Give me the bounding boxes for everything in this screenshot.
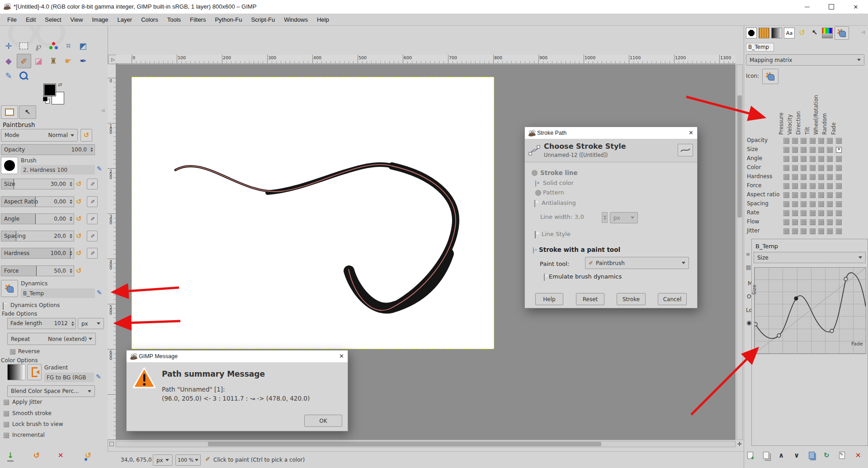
tab-palettes[interactable] (822, 28, 833, 38)
menu-item-image[interactable]: Image (87, 14, 113, 25)
dynamics-options-label[interactable]: Dynamics Options (10, 302, 60, 308)
edit-dynamics-button[interactable]: ✎ (839, 452, 845, 459)
menu-item-file[interactable]: File (3, 14, 21, 25)
size-slider[interactable]: Size30,00 (1, 179, 74, 189)
spin-arrows-icon[interactable] (71, 320, 74, 327)
select-by-color-tool[interactable] (47, 39, 60, 52)
matrix-checkbox-opacity-random[interactable] (827, 138, 833, 144)
matrix-checkbox-jitter-fade[interactable] (836, 228, 842, 234)
matrix-checkbox-angle-wheelrotation[interactable] (818, 156, 824, 162)
matrix-checkbox-hardness-velocity[interactable] (792, 174, 798, 180)
matrix-checkbox-opacity-pressure[interactable] (783, 138, 789, 144)
matrix-checkbox-spacing-direction[interactable] (801, 201, 807, 207)
mode-select[interactable]: Mode Normal (1, 129, 78, 142)
gradient-thumbnail[interactable] (7, 364, 25, 380)
antialiasing-checkbox[interactable] (534, 200, 535, 207)
matrix-checkbox-aspectratio-velocity[interactable] (792, 192, 798, 198)
refresh-button[interactable]: ↻ (824, 451, 830, 459)
hardness-tablet-button[interactable]: ✎ (87, 248, 98, 259)
foreground-color-swatch[interactable] (43, 84, 56, 96)
matrix-checkbox-force-direction[interactable] (801, 183, 807, 189)
emulate-dynamics-checkbox[interactable] (544, 274, 545, 281)
angle-cursor[interactable] (35, 214, 36, 224)
matrix-checkbox-aspectratio-wheelrotation[interactable] (818, 192, 824, 198)
matrix-checkbox-aspectratio-fade[interactable] (836, 192, 842, 198)
minimize-button[interactable] (795, 0, 819, 14)
matrix-checkbox-color-random[interactable] (827, 165, 833, 171)
reverse-checkbox[interactable] (10, 349, 15, 355)
spin-arrows-icon[interactable] (70, 198, 72, 205)
delete-tool-preset-button[interactable]: ✕ (58, 451, 64, 459)
menu-item-view[interactable]: View (66, 14, 88, 25)
matrix-checkbox-spacing-wheelrotation[interactable] (818, 201, 824, 207)
dynamics-thumbnail[interactable] (1, 280, 18, 297)
matrix-checkbox-angle-direction[interactable] (801, 156, 807, 162)
matrix-checkbox-hardness-wheelrotation[interactable] (818, 174, 824, 180)
menu-item-help[interactable]: Help (312, 14, 334, 25)
repeat-select[interactable]: Repeat None (extend) (7, 333, 96, 345)
ink-tool[interactable]: ✒ (76, 54, 90, 67)
canvas-page[interactable] (132, 77, 494, 349)
message-dialog-titlebar[interactable]: GIMP Message ✕ (127, 350, 348, 363)
dynamics-name-entry[interactable]: B_Temp (746, 43, 774, 52)
smooth-stroke-checkbox[interactable] (4, 411, 9, 416)
apply-jitter-checkbox[interactable] (4, 400, 9, 405)
paint-tool-select[interactable]: ✐ Paintbrush (585, 257, 689, 269)
cancel-button[interactable]: Cancel (658, 293, 687, 305)
matrix-checkbox-flow-wheelrotation[interactable] (818, 219, 824, 225)
paintbrush-tool[interactable]: ✐ (17, 54, 31, 68)
matrix-checkbox-color-wheelrotation[interactable] (818, 165, 824, 171)
matrix-checkbox-force-velocity[interactable] (792, 183, 798, 189)
mode-reset-button[interactable]: ↺ (80, 129, 92, 142)
gradient-name-field[interactable]: FG to BG (RGB (44, 373, 94, 382)
matrix-checkbox-rate-pressure[interactable] (783, 210, 789, 216)
gradient-tool[interactable]: ◆ (2, 54, 15, 67)
line-style-label[interactable]: Line Style (542, 231, 571, 237)
matrix-checkbox-jitter-random[interactable] (827, 228, 833, 234)
aspect-ratio-tablet-button[interactable]: ✎ (87, 196, 98, 207)
tab-patterns[interactable] (759, 28, 769, 38)
unit-select[interactable]: px (153, 454, 173, 466)
fade-unit-select[interactable]: px (78, 318, 104, 329)
matrix-checkbox-size-velocity[interactable] (792, 147, 798, 153)
tab-tool-options[interactable] (1, 105, 18, 119)
matrix-checkbox-angle-velocity[interactable] (792, 156, 798, 162)
incremental-checkbox[interactable] (4, 433, 9, 438)
horizontal-scrollbar-thumb[interactable] (208, 442, 601, 446)
navigation-button[interactable]: ✛ (736, 440, 743, 448)
matrix-checkbox-angle-random[interactable] (827, 156, 833, 162)
size-reset-button[interactable]: ↺ (76, 180, 82, 188)
free-select-tool[interactable]: ℘ (32, 39, 45, 52)
crop-tool[interactable]: ⌗ (61, 39, 75, 52)
zoom-tool[interactable] (17, 69, 30, 82)
menu-item-edit[interactable]: Edit (21, 14, 40, 25)
maximize-button[interactable] (819, 0, 844, 14)
restore-tool-preset-button[interactable]: ↺ (33, 451, 40, 460)
vertical-ruler[interactable]: 0100200300400500600 (108, 64, 116, 440)
spacing-reset-button[interactable]: ↺ (76, 232, 82, 240)
unified-transform-tool[interactable]: ◩ (76, 39, 90, 52)
edit-brush-icon[interactable]: ✎ (97, 165, 102, 172)
swap-colors-icon[interactable]: ⇄ (58, 82, 62, 88)
duplicate-dynamics-button[interactable] (763, 452, 769, 459)
tab-pointer[interactable]: ↖ (809, 27, 820, 38)
matrix-checkbox-opacity-wheelrotation[interactable] (818, 138, 824, 144)
spin-arrows-icon[interactable] (70, 232, 72, 240)
spin-arrows-icon[interactable] (90, 146, 93, 153)
matrix-checkbox-hardness-pressure[interactable] (783, 174, 789, 180)
matrix-checkbox-jitter-velocity[interactable] (792, 228, 798, 234)
angle-reset-button[interactable]: ↺ (76, 215, 82, 223)
matrix-checkbox-jitter-pressure[interactable] (783, 228, 789, 234)
matrix-checkbox-size-pressure[interactable] (783, 147, 789, 153)
curve-property-select[interactable]: Size (754, 252, 866, 263)
vertical-scrollbar-thumb[interactable] (737, 95, 742, 217)
matrix-checkbox-rate-direction[interactable] (801, 210, 807, 216)
line-width-unit-select[interactable]: px (610, 212, 638, 223)
menu-item-select[interactable]: Select (40, 14, 66, 25)
menu-item-pythonfu[interactable]: Python-Fu (210, 14, 246, 25)
opacity-slider[interactable]: Opacity 100.0 (1, 144, 95, 155)
matrix-checkbox-force-wheelrotation[interactable] (818, 183, 824, 189)
matrix-checkbox-hardness-random[interactable] (827, 174, 833, 180)
rectangle-select-tool[interactable] (17, 39, 30, 52)
spacing-slider[interactable]: Spacing20,0 (1, 231, 74, 241)
